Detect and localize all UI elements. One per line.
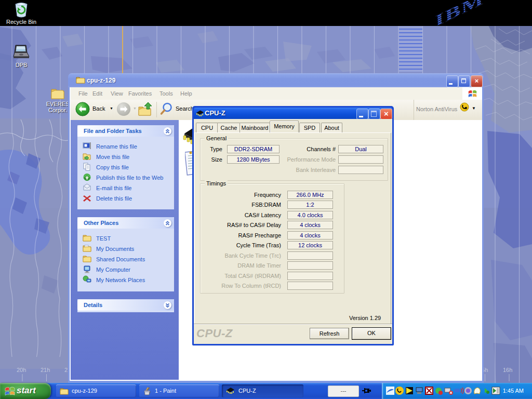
svg-text:21h: 21h xyxy=(41,367,50,373)
svg-text:16h: 16h xyxy=(503,367,512,373)
svg-text:IBM: IBM xyxy=(435,0,485,25)
svg-text:2: 2 xyxy=(64,367,68,373)
svg-text:20h: 20h xyxy=(17,367,26,373)
